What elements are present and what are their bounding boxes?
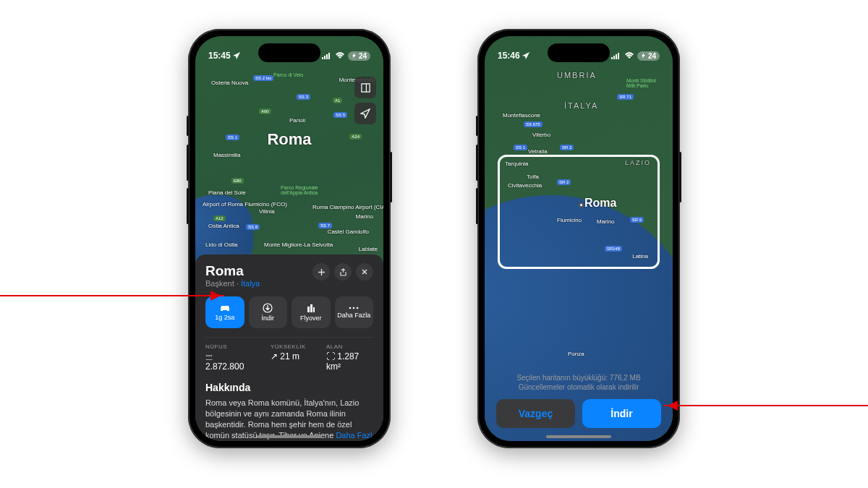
stat-label: NÜFUS (205, 343, 250, 350)
flyover-label: Flyover (300, 314, 322, 322)
road-badge: SS 7 (318, 223, 332, 228)
map-country-label: İTALYA (564, 101, 598, 110)
download-footer: Seçilen haritanın büyüklüğü: 776,2 MB Gü… (485, 366, 673, 441)
battery-bolt-icon (352, 53, 357, 59)
map-label: Parco Regionale dell'Appia Antica (281, 185, 327, 195)
svg-point-10 (349, 307, 352, 309)
share-button[interactable] (334, 263, 352, 281)
screen-right: 15:46 24 UMBRIA İTALYA LAZIO Roma (485, 36, 673, 441)
svg-point-11 (353, 307, 355, 309)
map-label: Roma Ciampino Airport (CIA) (312, 204, 356, 210)
about-text: Roma veya Roma komünü, İtalya'nın, Lazio… (205, 398, 373, 441)
directions-button[interactable]: 1g 2sa (205, 296, 244, 328)
svg-rect-1 (324, 56, 326, 59)
svg-rect-19 (618, 53, 619, 59)
map-label: Osteria Nuova (211, 80, 248, 86)
map-label: Castel Gandolfo (328, 228, 369, 235)
more-button[interactable]: Daha Fazla (335, 296, 374, 328)
map-label: Ponza (568, 351, 584, 357)
wifi-icon (624, 52, 634, 59)
map-city-label: Roma (267, 130, 311, 149)
battery-percent: 24 (648, 52, 656, 60)
map-layers-icon (360, 82, 371, 93)
home-indicator[interactable] (257, 435, 322, 438)
svg-rect-0 (322, 57, 323, 59)
people-icon (205, 354, 213, 360)
screen-left: 15:45 24 Roma Osteria Nuova Monterotondo… (195, 36, 383, 441)
signal-icon (611, 52, 621, 59)
map-label: Monte Migliore-La Selvotta (264, 241, 333, 248)
svg-rect-8 (310, 304, 312, 312)
svg-rect-7 (307, 307, 310, 312)
map-label: Labiate (359, 246, 378, 252)
callout-arrow-icon (0, 295, 224, 296)
road-badge: A90 (259, 108, 271, 114)
download-confirm-button[interactable]: İndir (582, 399, 661, 428)
svg-rect-2 (326, 54, 328, 59)
map-label: Massimilia (213, 152, 240, 158)
map-browse-button[interactable] (354, 77, 376, 98)
svg-rect-18 (616, 54, 617, 59)
download-icon (263, 303, 273, 313)
road-badge: SS 5 (333, 112, 347, 118)
road-badge: SS 8 (246, 224, 260, 230)
add-button[interactable] (312, 263, 330, 281)
road-badge: SS 2 bis (253, 75, 273, 81)
road-badge: SR 2 (560, 145, 574, 150)
status-time: 15:45 (208, 51, 231, 61)
map-label: Airport of Roma Fiumicino (FCO) (203, 201, 287, 207)
map-label: Ostia Antica (208, 223, 239, 229)
download-button[interactable]: İndir (249, 296, 288, 328)
map-label: Vitinia (259, 208, 275, 215)
ellipsis-icon (349, 306, 359, 310)
share-icon (339, 268, 347, 276)
road-badge: SR 71 (617, 94, 634, 100)
road-badge: A1 (333, 98, 342, 103)
stat-label: YÜKSEKLİK (271, 343, 306, 350)
svg-rect-17 (613, 56, 615, 59)
cancel-button[interactable]: Vazgeç (496, 399, 575, 428)
status-time: 15:46 (498, 51, 520, 61)
place-card[interactable]: Roma Başkent · İtalya 1g 2sa (195, 254, 383, 441)
plus-icon (318, 268, 326, 276)
map-locate-button[interactable] (354, 103, 376, 124)
phone-right: 15:46 24 UMBRIA İTALYA LAZIO Roma (477, 29, 680, 448)
map-label: Viterbo (532, 132, 550, 138)
home-indicator[interactable] (546, 435, 611, 438)
svg-point-12 (357, 307, 359, 309)
map-label: Monti Sibillini Milli Parkı (626, 78, 664, 88)
battery-percent: 24 (359, 52, 367, 60)
more-label: Daha Fazla (337, 312, 370, 319)
stat-label: ALAN (326, 343, 373, 350)
map-label: Parco di Veio (273, 72, 303, 77)
map-label: Vetralla (528, 148, 548, 155)
download-label: İndir (261, 314, 274, 322)
place-subtitle: Başkent · İtalya (205, 279, 260, 288)
flyover-button[interactable]: Flyover (292, 296, 331, 328)
place-subtitle-prefix: Başkent · (205, 279, 241, 288)
download-info: Seçilen haritanın büyüklüğü: 776,2 MB Gü… (496, 373, 661, 392)
svg-rect-16 (611, 57, 613, 59)
place-country-link[interactable]: İtalya (241, 279, 260, 288)
svg-point-14 (208, 355, 210, 357)
location-arrow-icon (522, 52, 529, 59)
map-label: Parioli (289, 117, 305, 124)
dynamic-island (258, 43, 320, 62)
download-selection-rect[interactable] (498, 155, 660, 269)
dynamic-island (548, 43, 610, 62)
close-button[interactable] (356, 263, 373, 281)
location-arrow-icon (233, 52, 240, 59)
car-icon (219, 304, 231, 312)
svg-rect-9 (313, 307, 315, 312)
svg-point-15 (210, 355, 213, 357)
map-label: Lido di Ostia (205, 241, 237, 248)
directions-label: 1g 2sa (215, 314, 234, 321)
road-badge: SS 3 (297, 94, 310, 100)
read-more-link[interactable]: Daha Fazl (336, 431, 372, 440)
battery-bolt-icon (641, 53, 647, 59)
stat-elevation: YÜKSEKLİK ↗ 21 m (271, 343, 306, 372)
road-badge: SS 1 (514, 145, 527, 150)
svg-point-5 (226, 309, 229, 312)
stat-area: ALAN ⛶ 1.287 km² (326, 343, 373, 372)
road-badge: E80 (231, 178, 244, 184)
